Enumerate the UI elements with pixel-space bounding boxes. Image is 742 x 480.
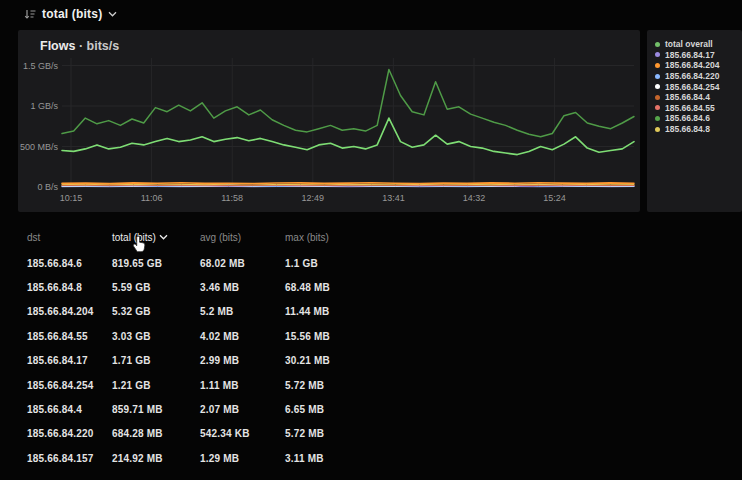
legend-label: 185.66.84.4 (665, 92, 710, 102)
cell-max: 68.48 MB (285, 282, 375, 293)
column-header-dst[interactable]: dst (27, 232, 112, 243)
legend-item[interactable]: 185.66.84.6 (655, 113, 742, 124)
cell-avg: 1.29 MB (200, 453, 285, 464)
cell-total: 1.71 GB (112, 355, 200, 366)
cell-dst: 185.66.84.17 (27, 355, 112, 366)
column-header-label: max (bits) (285, 232, 329, 243)
legend-color-dot-icon (655, 116, 660, 121)
table-row: 185.66.84.157214.92 MB1.29 MB3.11 MB (27, 446, 742, 470)
cell-dst: 185.66.84.8 (27, 282, 112, 293)
legend-item[interactable]: 185.66.84.4 (655, 92, 742, 103)
x-axis-tick: 10:15 (60, 193, 83, 203)
cell-total: 5.32 GB (112, 306, 200, 317)
flows-timeseries-chart[interactable]: 10:1511:0611:5812:4913:4114:3215:241.5 G… (18, 30, 640, 212)
cell-dst: 185.66.84.157 (27, 453, 112, 464)
y-axis-tick: 500 MB/s (20, 142, 59, 152)
column-header-total-bits-[interactable]: total (bits) (112, 232, 200, 243)
cell-dst: 185.66.84.4 (27, 404, 112, 415)
cell-total: 684.28 MB (112, 428, 200, 439)
cell-total: 1.21 GB (112, 380, 200, 391)
table-row: 185.66.84.2045.32 GB5.2 MB11.44 MB (27, 300, 742, 324)
legend-label: total overall (665, 39, 713, 49)
legend-item[interactable]: 185.66.84.8 (655, 124, 742, 135)
legend-label: 185.66.84.8 (665, 124, 710, 134)
metric-dropdown-label: total (bits) (42, 7, 102, 21)
table-row: 185.66.84.6819.65 GB68.02 MB1.1 GB (27, 251, 742, 275)
table-row: 185.66.84.85.59 GB3.46 MB68.48 MB (27, 275, 742, 299)
legend-item[interactable]: 185.66.84.204 (655, 60, 742, 71)
column-header-max-bits-[interactable]: max (bits) (285, 232, 375, 243)
cell-avg: 2.99 MB (200, 355, 285, 366)
cell-dst: 185.66.84.254 (27, 380, 112, 391)
cell-dst: 185.66.84.6 (27, 258, 112, 269)
cell-dst: 185.66.84.204 (27, 306, 112, 317)
legend-color-dot-icon (655, 84, 660, 89)
cell-avg: 4.02 MB (200, 331, 285, 342)
legend-item[interactable]: 185.66.84.220 (655, 71, 742, 82)
legend-color-dot-icon (655, 52, 660, 57)
table-body: 185.66.84.6819.65 GB68.02 MB1.1 GB185.66… (27, 251, 742, 471)
cell-total: 859.71 MB (112, 404, 200, 415)
cell-total: 819.65 GB (112, 258, 200, 269)
legend-label: 185.66.84.204 (665, 60, 719, 70)
sort-chevron-down-icon (159, 234, 168, 240)
legend-item[interactable]: 185.66.84.55 (655, 103, 742, 114)
series-line-185-66-84-6 (62, 70, 634, 137)
legend-label: 185.66.84.220 (665, 71, 719, 81)
table-row: 185.66.84.4859.71 MB2.07 MB6.65 MB (27, 397, 742, 421)
legend-label: 185.66.84.17 (665, 50, 715, 60)
cell-dst: 185.66.84.220 (27, 428, 112, 439)
legend-color-dot-icon (655, 42, 660, 47)
flows-chart-panel: Flows · bits/s 10:1511:0611:5812:4913:41… (18, 30, 640, 212)
cell-dst: 185.66.84.55 (27, 331, 112, 342)
legend-label: 185.66.84.6 (665, 113, 710, 123)
metric-sort-dropdown[interactable]: total (bits) (24, 7, 117, 21)
cell-total: 3.03 GB (112, 331, 200, 342)
sort-descending-icon (24, 9, 36, 20)
y-axis-tick: 1.5 GB/s (23, 61, 59, 71)
cell-avg: 542.34 KB (200, 428, 285, 439)
cell-max: 11.44 MB (285, 306, 375, 317)
x-axis-tick: 12:49 (302, 193, 325, 203)
legend-color-dot-icon (655, 105, 660, 110)
cell-avg: 68.02 MB (200, 258, 285, 269)
x-axis-tick: 14:32 (463, 193, 486, 203)
x-axis-tick: 11:58 (221, 193, 243, 203)
cell-max: 5.72 MB (285, 380, 375, 391)
legend-item[interactable]: 185.66.84.17 (655, 50, 742, 61)
column-header-label: total (bits) (112, 232, 156, 243)
legend-color-dot-icon (655, 95, 660, 100)
legend-item[interactable]: total overall (655, 39, 742, 50)
cell-total: 5.59 GB (112, 282, 200, 293)
x-axis-tick: 13:41 (382, 193, 405, 203)
legend-color-dot-icon (655, 63, 660, 68)
cell-max: 1.1 GB (285, 258, 375, 269)
x-axis-tick: 11:06 (141, 193, 163, 203)
x-axis-tick: 15:24 (543, 193, 566, 203)
column-header-label: dst (27, 232, 40, 243)
chevron-down-icon (108, 11, 117, 17)
table-row: 185.66.84.220684.28 MB542.34 KB5.72 MB (27, 422, 742, 446)
cell-max: 3.11 MB (285, 453, 375, 464)
cell-avg: 5.2 MB (200, 306, 285, 317)
legend-item[interactable]: 185.66.84.254 (655, 81, 742, 92)
series-line-total-overall (62, 118, 634, 155)
legend-label: 185.66.84.254 (665, 82, 719, 92)
cell-max: 15.56 MB (285, 331, 375, 342)
table-row: 185.66.84.553.03 GB4.02 MB15.56 MB (27, 324, 742, 348)
column-header-label: avg (bits) (200, 232, 241, 243)
series-line-185-66-84-204 (62, 183, 634, 184)
cell-avg: 1.11 MB (200, 380, 285, 391)
table-row: 185.66.84.171.71 GB2.99 MB30.21 MB (27, 349, 742, 373)
flows-table: dsttotal (bits)avg (bits)max (bits) 185.… (0, 228, 742, 471)
legend-label: 185.66.84.55 (665, 103, 715, 113)
table-header-row: dsttotal (bits)avg (bits)max (bits) (27, 228, 742, 246)
legend-color-dot-icon (655, 74, 660, 79)
y-axis-tick: 0 B/s (37, 182, 58, 192)
cell-max: 5.72 MB (285, 428, 375, 439)
cell-max: 6.65 MB (285, 404, 375, 415)
cell-total: 214.92 MB (112, 453, 200, 464)
y-axis-tick: 1 GB/s (30, 101, 58, 111)
legend-color-dot-icon (655, 127, 660, 132)
column-header-avg-bits-[interactable]: avg (bits) (200, 232, 285, 243)
